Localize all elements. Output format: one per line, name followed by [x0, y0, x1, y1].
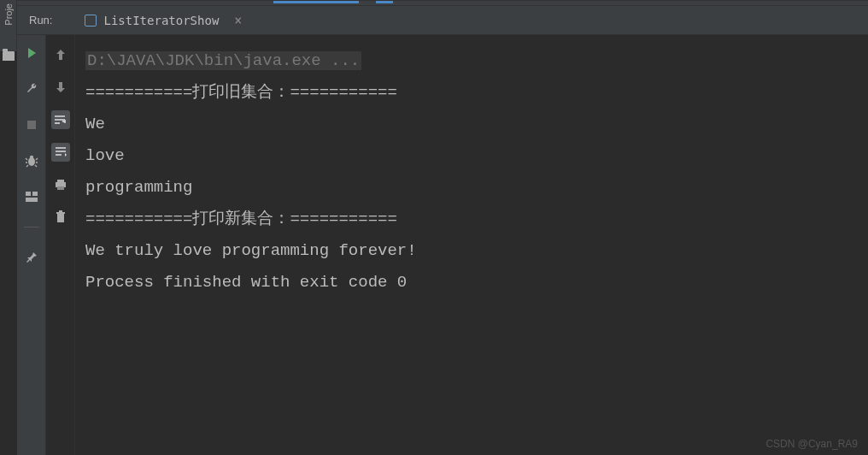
- run-header: Run: ListIteratorShow ×: [17, 6, 868, 35]
- toolbar-divider: [24, 227, 39, 228]
- project-tab-label: Proje: [3, 3, 14, 26]
- soft-wrap-icon[interactable]: [51, 110, 70, 129]
- console-line: ===========打印新集合：===========: [85, 210, 397, 228]
- console-output[interactable]: D:\JAVA\JDK\bin\java.exe ... ===========…: [75, 35, 868, 455]
- project-tool-tab[interactable]: Proje: [0, 0, 17, 51]
- svg-rect-11: [59, 210, 62, 212]
- svg-rect-8: [57, 186, 64, 190]
- svg-rect-10: [56, 212, 65, 214]
- bug-icon[interactable]: [24, 153, 39, 168]
- run-tab-name: ListIteratorShow: [103, 14, 219, 27]
- console-line: love: [85, 146, 125, 165]
- layout-icon[interactable]: [24, 189, 39, 204]
- folder-icon: [3, 51, 15, 61]
- run-label: Run:: [29, 14, 52, 27]
- console-line: ===========打印旧集合：===========: [85, 83, 397, 102]
- tab-underline: [376, 1, 393, 3]
- svg-rect-4: [32, 192, 38, 196]
- trash-icon[interactable]: [51, 208, 70, 227]
- run-toolbar: [17, 35, 46, 455]
- svg-rect-0: [27, 121, 36, 129]
- console-line: We: [85, 115, 105, 133]
- stop-icon[interactable]: [24, 117, 39, 133]
- svg-rect-3: [26, 192, 31, 196]
- close-icon[interactable]: ×: [234, 13, 242, 28]
- run-body: D:\JAVA\JDK\bin\java.exe ... ===========…: [17, 35, 868, 455]
- console-line: Process finished with exit code 0: [85, 273, 407, 292]
- arrow-up-icon[interactable]: [51, 45, 70, 64]
- svg-rect-9: [57, 214, 64, 222]
- application-icon: [85, 15, 97, 27]
- arrow-down-icon[interactable]: [51, 78, 70, 97]
- svg-rect-6: [57, 180, 64, 182]
- run-tool-window: Run: ListIteratorShow ×: [17, 0, 868, 455]
- watermark: CSDN @Cyan_RA9: [765, 438, 858, 450]
- svg-rect-5: [26, 198, 38, 202]
- run-configuration-tab[interactable]: ListIteratorShow ×: [78, 9, 249, 32]
- console-gutter: [46, 35, 75, 455]
- console-line: We truly love programming forever!: [85, 241, 417, 260]
- svg-point-2: [29, 156, 32, 159]
- console-line: programming: [85, 178, 192, 197]
- run-icon[interactable]: [24, 45, 39, 61]
- scroll-to-end-icon[interactable]: [51, 143, 70, 162]
- command-line: D:\JAVA\JDK\bin\java.exe ...: [85, 51, 361, 70]
- wrench-icon[interactable]: [24, 81, 39, 97]
- pin-icon[interactable]: [24, 250, 39, 265]
- print-icon[interactable]: [51, 175, 70, 194]
- tab-underline: [273, 1, 359, 3]
